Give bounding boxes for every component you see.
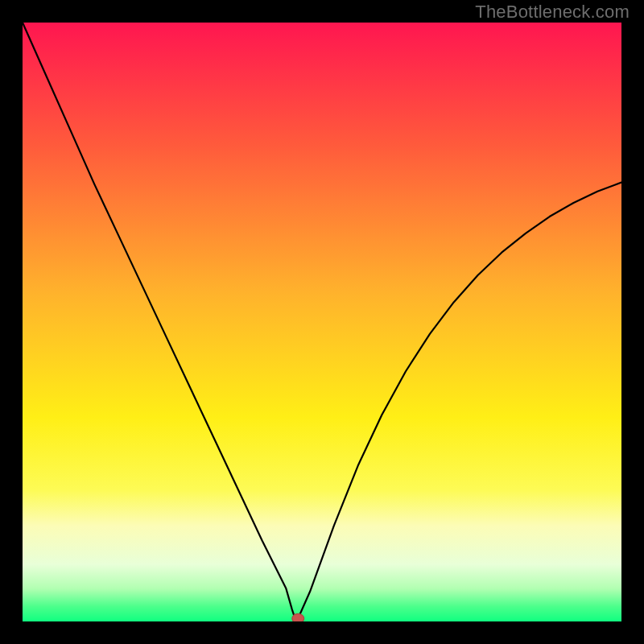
gradient-background — [23, 23, 621, 621]
plot-area — [23, 23, 621, 621]
optimal-point-marker — [292, 613, 304, 621]
chart-frame: TheBottleneck.com — [0, 0, 644, 644]
watermark-text: TheBottleneck.com — [475, 2, 630, 23]
chart-svg — [23, 23, 621, 621]
